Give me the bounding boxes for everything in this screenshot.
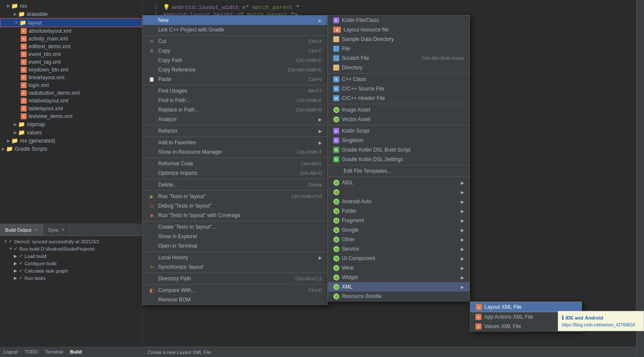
menu-item-open-terminal[interactable]: Open in Terminal bbox=[143, 241, 327, 251]
tree-item-activity-main[interactable]: x activity_main.xml bbox=[0, 35, 142, 43]
build-item-configure[interactable]: ▶ ✔ Configure build bbox=[3, 260, 139, 267]
build-item-load[interactable]: ▶ ✔ Load build bbox=[3, 252, 139, 260]
menu-item-run-coverage[interactable]: ◈ Run 'Tests in 'layout'' with Coverage bbox=[143, 211, 327, 220]
menu-item-local-history[interactable]: Local History ▶ bbox=[143, 253, 327, 262]
menu-item-find-in-path[interactable]: Find in Path... Ctrl+Shift+F bbox=[143, 96, 327, 105]
tree-item-gradle-scripts[interactable]: ▶ 📁 Gradle Scripts bbox=[0, 145, 142, 153]
menu-item-refactor[interactable]: Refactor ▶ bbox=[143, 126, 327, 136]
menu-item-delete[interactable]: Delete... Delete bbox=[143, 180, 327, 189]
menu-item-replace-in-path[interactable]: Replace in Path... Ctrl+Shift+R bbox=[143, 105, 327, 115]
tree-item-layout[interactable]: ▼ 📁 layout bbox=[0, 18, 142, 27]
submenu-item-layout-resource[interactable]: x Layout resource file bbox=[328, 25, 469, 34]
build-label-configure: Configure build bbox=[25, 261, 56, 266]
xml-icon: x bbox=[21, 67, 27, 73]
submenu-item-fragment[interactable]: Fragment ▶ bbox=[328, 216, 469, 225]
submenu-item-widget[interactable]: Widget ▶ bbox=[328, 273, 469, 282]
submenu-item-file[interactable]: File bbox=[328, 44, 469, 53]
build-item-run-build[interactable]: ▼ ✔ Run build D:\AndroidStudioProjects\ bbox=[3, 245, 139, 252]
menu-item-remove-bom[interactable]: Remove BOM bbox=[143, 295, 327, 304]
build-item-run-tasks[interactable]: ▶ ✔ Run tasks bbox=[3, 274, 139, 282]
menu-item-optimize[interactable]: Optimize Imports Ctrl+Alt+O bbox=[143, 168, 327, 178]
tree-item-linearlayout[interactable]: x linearlayout.xml bbox=[0, 74, 142, 81]
menu-item-cut[interactable]: ✂ Cut Ctrl+X bbox=[143, 37, 327, 46]
submenu-item-activity[interactable]: ▶ bbox=[328, 187, 469, 197]
tree-item-values[interactable]: ▶ 📁 values bbox=[0, 128, 142, 137]
submenu-item-wear[interactable]: Wear ▶ bbox=[328, 263, 469, 273]
submenu-item-android-auto[interactable]: Android Auto ▶ bbox=[328, 197, 469, 206]
close-sync-tab[interactable]: ✕ bbox=[61, 227, 65, 232]
menu-item-reformat[interactable]: Reformat Code Ctrl+Alt+L bbox=[143, 159, 327, 168]
submenu-item-vector-asset[interactable]: Vector Asset bbox=[328, 115, 469, 124]
status-bar-text: Create a new Layout XML File bbox=[142, 347, 644, 357]
build-item-demo2[interactable]: ▼ ✔ Demo2: synced successfully at 2021/3… bbox=[3, 238, 139, 245]
tree-item-res-generated[interactable]: ▶ 📁 res (generated) bbox=[0, 137, 142, 145]
submenu-item-google[interactable]: Google ▶ bbox=[328, 225, 469, 235]
tree-item-drawable[interactable]: ▶ 📁 drawable bbox=[0, 10, 142, 18]
tab-sync[interactable]: Sync ✕ bbox=[43, 224, 70, 236]
menu-label-optimize: Optimize Imports bbox=[158, 170, 291, 176]
submenu-item-service[interactable]: Service ▶ bbox=[328, 244, 469, 254]
menu-item-run-tests[interactable]: ▶ Run 'Tests in 'layout'' Ctrl+Shift+F10 bbox=[143, 192, 327, 201]
submenu-item-directory[interactable]: Directory bbox=[328, 63, 469, 72]
separator bbox=[143, 125, 327, 125]
tree-item-event-tag[interactable]: x event_tag.xml bbox=[0, 58, 142, 66]
tree-item-keydown-btn[interactable]: x keydown_btn.xml bbox=[0, 66, 142, 74]
close-build-tab[interactable]: ✕ bbox=[34, 227, 38, 232]
menu-item-show-resource[interactable]: Show In Resource Manager Ctrl+Shift+T bbox=[143, 147, 327, 157]
tree-item-textview-demo[interactable]: x textview_demo.xml bbox=[0, 112, 142, 120]
tree-item-event-btn[interactable]: x event_btn.xml bbox=[0, 50, 142, 58]
menu-item-show-explorer[interactable]: Show in Explorer bbox=[143, 232, 327, 241]
submenu-item-other[interactable]: Other ▶ bbox=[328, 235, 469, 244]
submenu-item-edit-templates[interactable]: Edit File Templates... bbox=[328, 166, 469, 176]
submenu-item-ui[interactable]: UI Component ▶ bbox=[328, 254, 469, 263]
submenu-item-aidl[interactable]: AIDL ▶ bbox=[328, 178, 469, 187]
menu-label-find-usages: Find Usages bbox=[158, 88, 300, 94]
tree-item-radiobutton[interactable]: x radiobutton_demo.xml bbox=[0, 89, 142, 97]
menu-item-find-usages[interactable]: Find Usages Alt+F7 bbox=[143, 86, 327, 96]
submenu-item-scratch[interactable]: Scratch File Ctrl+Alt+Shift+Insert bbox=[328, 53, 469, 63]
tab-build-output[interactable]: Build Output ✕ bbox=[0, 224, 43, 236]
menu-item-copy-reference[interactable]: Copy Reference Ctrl+Alt+Shift+C bbox=[143, 65, 327, 75]
menu-item-paste[interactable]: 📋 Paste Ctrl+V bbox=[143, 75, 327, 84]
submenu-item-cpp-header[interactable]: H C/C++ Header File bbox=[328, 93, 469, 103]
tree-item-edittext[interactable]: x edittext_demo.xml bbox=[0, 43, 142, 50]
submenu-label-ui: UI Component bbox=[342, 255, 461, 261]
submenu-item-resource-bundle[interactable]: Resource Bundle bbox=[328, 292, 469, 301]
tree-item-login[interactable]: x login.xml bbox=[0, 81, 142, 89]
tree-item-relativelayout[interactable]: x relativelayout.xml bbox=[0, 97, 142, 105]
status-tab-logcat[interactable]: Logcat bbox=[3, 349, 18, 354]
status-tab-terminal[interactable]: Terminal bbox=[45, 349, 63, 354]
menu-item-create-tests[interactable]: Create 'Tests in 'layout''... bbox=[143, 222, 327, 232]
submenu-item-cpp-class[interactable]: S C++ Class bbox=[328, 75, 469, 84]
tree-item-absolutelayout[interactable]: x absolutelayout.xml bbox=[0, 27, 142, 35]
bulb-icon[interactable]: 💡 bbox=[163, 4, 170, 11]
submenu-item-folder[interactable]: Folder ▶ bbox=[328, 206, 469, 216]
submenu-item-kotlin-script[interactable]: K Kotlin Script bbox=[328, 126, 469, 136]
menu-item-debug-tests[interactable]: ⬡ Debug 'Tests in 'layout'' bbox=[143, 201, 327, 211]
menu-item-compare[interactable]: ◧ Compare With... Ctrl+D bbox=[143, 286, 327, 295]
submenu-item-singleton[interactable]: K Singleton bbox=[328, 136, 469, 145]
submenu-item-cpp-source[interactable]: C C/C++ Source File bbox=[328, 84, 469, 93]
submenu-item-gradle-settings[interactable]: G Gradle Kotlin DSL Settings bbox=[328, 155, 469, 164]
menu-item-copy-path[interactable]: Copy Path Ctrl+Shift+C bbox=[143, 56, 327, 65]
submenu-item-kotlin-file[interactable]: K Kotlin File/Class bbox=[328, 16, 469, 25]
menu-item-analyze[interactable]: Analyze ▶ bbox=[143, 115, 327, 124]
status-tab-todo[interactable]: TODO bbox=[25, 349, 38, 354]
submenu-item-xml[interactable]: XML ▶ bbox=[328, 282, 469, 292]
submenu-item-gradle-build[interactable]: G Gradle Kotlin DSL Build Script bbox=[328, 145, 469, 155]
menu-item-synchronize[interactable]: ↻ Synchronize 'layout' bbox=[143, 262, 327, 272]
menu-item-add-favorites[interactable]: Add to Favorites ▶ bbox=[143, 138, 327, 147]
menu-item-directory-path[interactable]: Directory Path Ctrl+Alt+F12 bbox=[143, 274, 327, 283]
status-tab-build[interactable]: Build bbox=[70, 349, 82, 354]
menu-item-link-cpp[interactable]: Link C++ Project with Gradle bbox=[143, 25, 327, 34]
submenu-item-image-asset[interactable]: Image Asset bbox=[328, 105, 469, 115]
submenu-item-sample-data[interactable]: Sample Data Directory bbox=[328, 34, 469, 44]
menu-label-explorer: Show in Explorer bbox=[158, 233, 322, 239]
run-tests-shortcut: Ctrl+Shift+F10 bbox=[291, 194, 322, 199]
tree-item-mipmap[interactable]: ▶ 📁 mipmap bbox=[0, 120, 142, 128]
tree-item-tablelayout[interactable]: x tablelayout.xml bbox=[0, 105, 142, 112]
menu-item-copy[interactable]: ⎘ Copy Ctrl+C bbox=[143, 46, 327, 56]
build-item-calculate[interactable]: ▶ ✔ Calculate task graph bbox=[3, 267, 139, 274]
tree-item-res[interactable]: ▶ 📁 res bbox=[0, 2, 142, 10]
menu-item-new[interactable]: New ▶ bbox=[143, 16, 327, 25]
